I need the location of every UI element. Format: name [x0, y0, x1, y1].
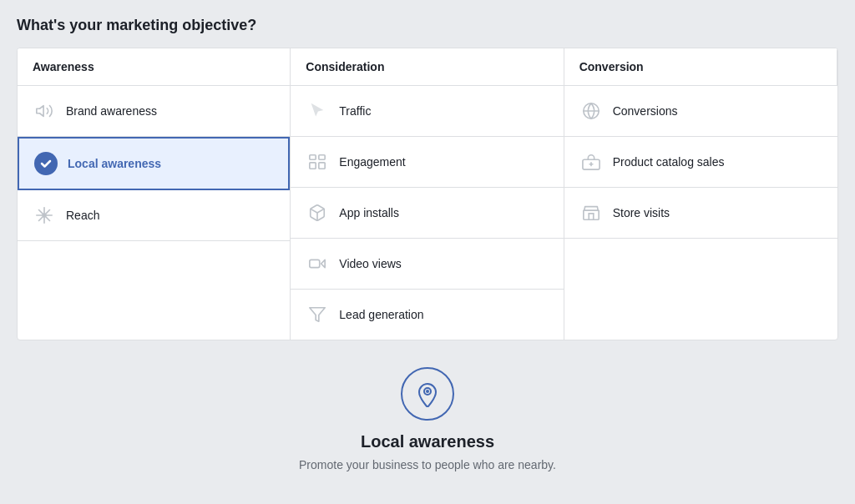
checkmark-icon	[34, 152, 58, 175]
traffic-label: Traffic	[339, 104, 371, 118]
col-header-awareness: Awareness	[18, 48, 291, 86]
svg-marker-0	[37, 106, 43, 117]
objectives-grid: Awareness Consideration Conversion Brand…	[17, 48, 838, 340]
engagement-icon	[306, 150, 329, 174]
page-title: What's your marketing objective?	[17, 17, 838, 34]
store-visits-label: Store visits	[613, 206, 670, 219]
item-video-views[interactable]: Video views	[291, 239, 563, 290]
detail-icon-circle	[401, 367, 454, 421]
item-reach[interactable]: Reach	[18, 190, 290, 241]
app-installs-icon	[306, 201, 329, 224]
detail-title: Local awareness	[361, 432, 494, 451]
snowflake-icon	[33, 204, 56, 227]
item-product-catalog[interactable]: Product catalog sales	[564, 137, 837, 188]
detail-description: Promote your business to people who are …	[299, 458, 556, 471]
item-conversions[interactable]: Conversions	[564, 86, 837, 137]
item-traffic[interactable]: Traffic	[291, 86, 563, 137]
funnel-icon	[306, 303, 329, 326]
app-installs-label: App installs	[339, 206, 399, 219]
item-store-visits[interactable]: Store visits	[564, 188, 837, 239]
consideration-column: Traffic Engagement	[291, 86, 564, 340]
reach-label: Reach	[66, 209, 99, 222]
col-header-conversion: Conversion	[564, 48, 837, 86]
local-awareness-label: Local awareness	[68, 157, 161, 170]
video-icon	[306, 252, 329, 275]
engagement-label: Engagement	[339, 155, 405, 169]
item-lead-generation[interactable]: Lead generation	[291, 290, 563, 340]
svg-rect-8	[310, 163, 316, 169]
svg-rect-7	[319, 155, 325, 160]
cart-icon	[579, 150, 603, 174]
item-app-installs[interactable]: App installs	[291, 188, 563, 239]
item-local-awareness[interactable]: Local awareness	[18, 137, 290, 190]
product-catalog-label: Product catalog sales	[613, 155, 725, 169]
svg-rect-11	[310, 260, 320, 267]
lead-generation-label: Lead generation	[339, 308, 423, 321]
store-icon	[579, 201, 603, 224]
globe-icon	[579, 99, 603, 123]
brand-awareness-label: Brand awareness	[66, 104, 157, 118]
conversions-label: Conversions	[613, 104, 678, 118]
conversion-column: Conversions Product catalog sales	[564, 86, 837, 340]
svg-rect-19	[583, 210, 598, 219]
video-views-label: Video views	[339, 257, 401, 270]
svg-rect-9	[319, 163, 325, 169]
detail-section: Local awareness Promote your business to…	[17, 340, 838, 488]
item-brand-awareness[interactable]: Brand awareness	[18, 86, 290, 137]
col-header-consideration: Consideration	[291, 48, 564, 86]
awareness-column: Brand awareness Local awareness	[18, 86, 291, 340]
svg-rect-6	[310, 155, 316, 160]
item-engagement[interactable]: Engagement	[291, 137, 563, 188]
megaphone-icon	[33, 99, 56, 123]
cursor-icon	[306, 99, 329, 123]
svg-marker-13	[310, 308, 325, 322]
svg-marker-12	[321, 260, 326, 267]
svg-point-25	[426, 390, 429, 393]
